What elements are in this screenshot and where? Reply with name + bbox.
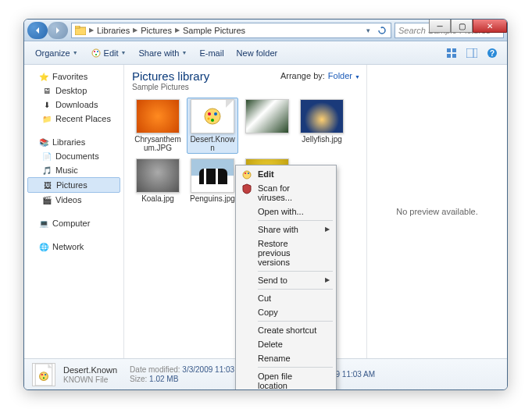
music-icon: 🎵	[41, 165, 52, 176]
breadcrumb-libraries[interactable]: Libraries	[95, 26, 131, 35]
context-menu-item[interactable]: Copy	[237, 305, 334, 319]
chevron-right-icon: ▶	[325, 276, 330, 283]
svg-point-18	[208, 118, 210, 120]
maximize-button[interactable]: ▢	[451, 19, 473, 33]
nav-computer[interactable]: 💻 Computer	[24, 216, 123, 230]
nav-item-documents[interactable]: 📄Documents	[24, 149, 123, 163]
explorer-window: ▶ Libraries ▶ Pictures ▶ Sample Pictures…	[23, 19, 508, 390]
file-thumbnail	[136, 99, 180, 133]
nav-item-music[interactable]: 🎵Music	[24, 163, 123, 177]
organize-button[interactable]: Organize▼	[30, 47, 83, 59]
breadcrumb-pictures[interactable]: Pictures	[139, 26, 173, 35]
svg-point-23	[43, 377, 45, 379]
svg-point-22	[45, 373, 46, 375]
file-name-label: Jellyfish.jpg	[298, 135, 346, 144]
email-label: E-mail	[199, 48, 223, 58]
videos-icon: 🎬	[41, 194, 52, 205]
svg-point-20	[40, 372, 48, 380]
nav-libraries-header[interactable]: 📚 Libraries	[24, 135, 123, 149]
nav-item-videos[interactable]: 🎬Videos	[24, 193, 123, 207]
back-button[interactable]	[27, 22, 48, 39]
chevron-down-icon: ▼	[181, 50, 187, 55]
file-item[interactable]	[241, 98, 293, 154]
paint-icon	[241, 169, 252, 180]
library-subtitle: Sample Pictures	[132, 83, 359, 91]
context-menu-item[interactable]: Restore previous versions	[237, 237, 334, 269]
status-size-label: Size:	[130, 375, 147, 383]
file-thumbnail	[245, 99, 289, 133]
file-name-label: Desert.Known	[188, 135, 237, 152]
nav-network[interactable]: 🌐 Network	[24, 240, 123, 254]
chevron-right-icon: ▶	[173, 27, 181, 34]
nav-libraries-label: Libraries	[52, 137, 85, 147]
arrange-value-dropdown[interactable]: Folder ▼	[328, 71, 360, 80]
context-menu-item[interactable]: Delete	[237, 337, 334, 351]
svg-rect-8	[447, 54, 451, 58]
context-menu-item[interactable]: Open with...	[237, 204, 334, 219]
chevron-down-icon: ▼	[121, 50, 127, 55]
close-button[interactable]: ✕	[473, 19, 507, 33]
file-thumbnail	[300, 99, 344, 133]
edit-button[interactable]: Edit▼	[86, 46, 131, 60]
status-file-icon	[32, 363, 55, 386]
nav-network-label: Network	[52, 242, 84, 251]
arrange-label: Arrange by:	[280, 71, 325, 80]
file-item[interactable]: Koala.jpg	[132, 157, 184, 204]
nav-favorites-header[interactable]: ⭐ Favorites	[24, 69, 123, 84]
email-button[interactable]: E-mail	[195, 47, 228, 59]
context-menu: EditScan for viruses...Open with...Share…	[235, 165, 337, 390]
preview-pane-button[interactable]	[463, 45, 480, 61]
forward-button[interactable]	[48, 22, 68, 39]
file-item[interactable]: Jellyfish.jpg	[296, 98, 348, 154]
context-menu-item[interactable]: Create shortcut	[237, 323, 334, 337]
paint-icon	[91, 48, 102, 59]
status-modified-label: Date modified:	[130, 365, 180, 374]
address-bar[interactable]: ▶ Libraries ▶ Pictures ▶ Sample Pictures…	[71, 23, 391, 38]
file-item[interactable]: Desert.Known	[187, 98, 238, 154]
svg-point-16	[214, 112, 217, 116]
share-with-button[interactable]: Share with▼	[134, 47, 191, 59]
breadcrumb-sample-pictures[interactable]: Sample Pictures	[181, 26, 247, 35]
organize-label: Organize	[35, 48, 70, 58]
context-menu-separator	[258, 321, 333, 322]
chevron-down-icon: ▼	[73, 50, 78, 55]
nav-item-pictures[interactable]: 🖼Pictures	[27, 177, 120, 193]
file-item[interactable]: Penguins.jpg	[187, 157, 238, 204]
svg-point-26	[248, 172, 249, 174]
chevron-right-icon: ▶	[131, 27, 139, 34]
svg-rect-6	[447, 48, 451, 52]
new-folder-button[interactable]: New folder	[232, 47, 283, 59]
desktop-icon: 🖥	[41, 85, 52, 96]
refresh-button[interactable]	[375, 23, 389, 37]
context-menu-item[interactable]: Open file location	[237, 369, 334, 390]
file-name-label: Chrysanthemum.JPG	[134, 135, 182, 152]
libraries-icon: 📚	[38, 137, 49, 148]
context-menu-item[interactable]: Scan for viruses...	[237, 181, 334, 204]
svg-point-5	[95, 54, 97, 55]
context-menu-item[interactable]: Share with▶	[237, 222, 334, 237]
svg-rect-10	[466, 48, 477, 58]
context-menu-item[interactable]: Send to▶	[237, 273, 334, 287]
svg-point-4	[97, 51, 98, 52]
preview-pane: No preview available.	[366, 65, 507, 358]
context-menu-item[interactable]: Rename	[237, 351, 334, 365]
context-menu-item[interactable]: Edit	[237, 167, 334, 181]
recent-places-icon: 📁	[41, 113, 52, 124]
svg-point-17	[211, 119, 214, 122]
context-menu-item[interactable]: Cut	[237, 291, 334, 305]
svg-text:?: ?	[490, 49, 495, 58]
nav-item-desktop[interactable]: 🖥Desktop	[24, 84, 123, 98]
svg-rect-7	[452, 48, 456, 52]
help-button[interactable]: ?	[484, 45, 501, 61]
nav-item-recent-places[interactable]: 📁Recent Places	[24, 112, 123, 126]
file-item[interactable]: Chrysanthemum.JPG	[132, 98, 184, 154]
pictures-icon: 🖼	[42, 180, 53, 190]
computer-icon: 💻	[38, 218, 49, 229]
nav-item-downloads[interactable]: ⬇Downloads	[24, 98, 123, 112]
edit-label: Edit	[104, 48, 119, 58]
file-name-label: Koala.jpg	[134, 194, 182, 203]
view-options-button[interactable]	[443, 45, 460, 61]
minimize-button[interactable]: ─	[429, 19, 451, 33]
file-thumbnail	[136, 158, 180, 193]
addr-dropdown-button[interactable]: ▾	[361, 23, 375, 37]
